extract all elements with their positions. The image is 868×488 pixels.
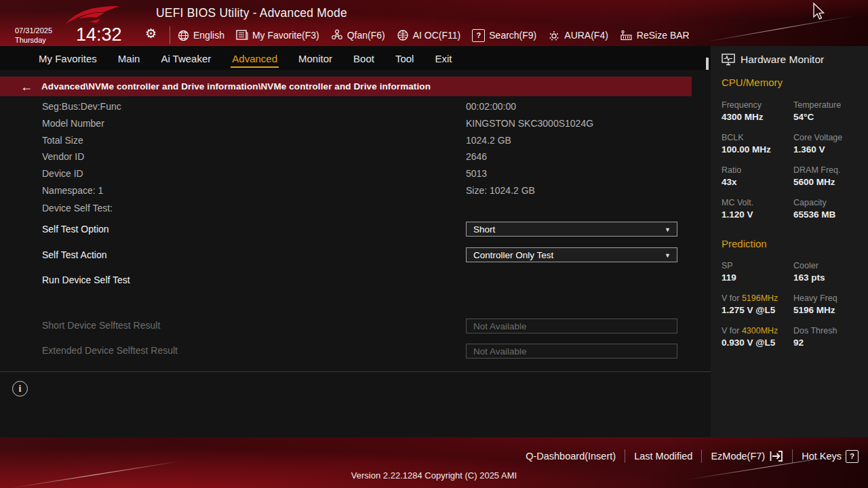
mouse-cursor — [811, 2, 826, 22]
hw-cell: Dos Thresh 92 — [793, 326, 861, 348]
extended-selftest-result-box: Not Available — [466, 344, 677, 359]
tab-advanced[interactable]: Advanced — [231, 49, 279, 68]
field-label: Namespace: 1 — [42, 185, 103, 196]
hw-row: BCLK 100.00 MHz Core Voltage 1.360 V — [722, 133, 861, 155]
footer-label: Hot Keys — [802, 451, 842, 462]
hw-value: 92 — [793, 338, 861, 348]
hw-label: Core Voltage — [793, 133, 861, 142]
hw-cell: Ratio 43x — [722, 165, 793, 187]
tab-ai-tweaker[interactable]: Ai Tweaker — [159, 49, 212, 68]
language-button[interactable]: English — [178, 30, 224, 41]
help-panel-divider — [0, 371, 711, 372]
hw-label: Capacity — [793, 198, 861, 207]
tab-boot[interactable]: Boot — [352, 49, 376, 68]
field-label: Model Number — [42, 118, 104, 129]
short-selftest-result-box: Not Available — [466, 319, 677, 333]
hw-label: MC Volt. — [722, 198, 793, 207]
tab-tool[interactable]: Tool — [394, 49, 416, 68]
last-modified-button[interactable]: Last Modified — [634, 451, 692, 462]
version-text: Version 2.22.1284 Copyright (C) 2025 AMI — [0, 470, 868, 481]
date-display[interactable]: 07/31/2025 Thursday — [15, 26, 52, 45]
hw-row: V for 4300MHz 0.930 V @L5 Dos Thresh 92 — [722, 326, 861, 348]
nav-label: English — [193, 30, 224, 41]
header-divider — [170, 26, 170, 44]
field-label: Device Self Test: — [42, 203, 113, 214]
field-label: Total Size — [42, 135, 83, 146]
field-value: 2646 — [466, 151, 487, 162]
hw-value: 5196 MHz — [793, 305, 861, 315]
disabled-value: Not Available — [473, 321, 527, 331]
run-device-self-test[interactable]: Run Device Self Test — [0, 274, 692, 290]
hw-label: Dos Thresh — [793, 326, 861, 336]
hw-row: SP 119 Cooler 163 pts — [722, 261, 861, 283]
footer-label: Q-Dashboard(Insert) — [526, 451, 616, 462]
ezmode-button[interactable]: EzMode(F7) — [711, 450, 783, 462]
self-test-action-select[interactable]: Controller Only Test ▼ — [466, 247, 677, 262]
time-display[interactable]: 14:32 — [76, 24, 122, 45]
panel-title: Hardware Monitor — [741, 54, 824, 66]
gear-icon[interactable]: ⚙ — [145, 26, 157, 41]
hw-label-prefix: V for — [722, 293, 742, 303]
aura-sun-icon — [548, 29, 560, 41]
hw-cell: BCLK 100.00 MHz — [722, 133, 793, 155]
resize-bar-button[interactable]: ReSize BAR — [620, 30, 690, 41]
chevron-down-icon: ▼ — [665, 226, 671, 233]
nav-label: Search(F9) — [489, 30, 536, 41]
hw-label: V for 5196MHz — [722, 293, 793, 303]
nav-label: My Favorite(F3) — [252, 30, 319, 41]
q-dashboard-button[interactable]: Q-Dashboard(Insert) — [526, 451, 616, 462]
tab-my-favorites[interactable]: My Favorites — [37, 49, 98, 68]
breadcrumb-text: Advanced\NVMe controller and Drive infor… — [41, 81, 431, 92]
qfan-button[interactable]: Qfan(F6) — [331, 29, 385, 41]
breadcrumb: ← Advanced\NVMe controller and Drive inf… — [0, 77, 692, 96]
hardware-monitor-panel: Hardware Monitor CPU/Memory Frequency 43… — [711, 46, 868, 437]
aura-button[interactable]: AURA(F4) — [548, 29, 608, 41]
hw-cell: Core Voltage 1.360 V — [793, 133, 861, 155]
resize-bar-icon — [620, 30, 633, 41]
ai-oc-button[interactable]: AI OC(F11) — [397, 29, 461, 41]
tab-exit[interactable]: Exit — [433, 49, 453, 68]
app-title: UEFI BIOS Utility - Advanced Mode — [156, 6, 347, 20]
hw-label-prefix: V for — [722, 326, 742, 336]
hw-cell: DRAM Freq. 5600 MHz — [793, 165, 861, 187]
hw-cell: V for 4300MHz 0.930 V @L5 — [722, 326, 793, 348]
hw-row: MC Volt. 1.120 V Capacity 65536 MB — [722, 198, 861, 220]
my-favorite-button[interactable]: My Favorite(F3) — [236, 30, 319, 41]
field-label: Vendor ID — [42, 151, 84, 162]
info-icon: i — [12, 381, 28, 396]
bios-screen: UEFI BIOS Utility - Advanced Mode 07/31/… — [0, 0, 868, 488]
hw-cell: Frequency 4300 MHz — [722, 100, 793, 122]
hw-label: Frequency — [722, 100, 793, 110]
self-test-option-select[interactable]: Short ▼ — [466, 222, 677, 237]
hardware-monitor-title: Hardware Monitor — [722, 54, 824, 66]
selected-value: Controller Only Test — [473, 250, 553, 260]
info-row-model: Model Number KINGSTON SKC3000S1024G — [0, 118, 692, 134]
info-row-namespace: Namespace: 1 Size: 1024.2 GB — [0, 185, 692, 201]
tab-monitor[interactable]: Monitor — [297, 49, 334, 68]
hw-cell: Capacity 65536 MB — [793, 198, 861, 220]
hw-cell: Cooler 163 pts — [793, 261, 861, 283]
tab-main[interactable]: Main — [117, 49, 142, 68]
footer-label: Last Modified — [634, 451, 692, 462]
date-value: 07/31/2025 — [15, 26, 52, 36]
footer-separator — [625, 449, 625, 463]
extended-selftest-result-box-row: Not Available — [0, 344, 692, 359]
rog-logo — [62, 4, 121, 27]
monitor-icon — [722, 54, 735, 66]
search-button[interactable]: ? Search(F9) — [472, 29, 536, 42]
hw-value: 4300 MHz — [722, 112, 793, 122]
self-test-action-select-row: Controller Only Test ▼ — [0, 247, 692, 263]
footer-separator — [792, 449, 793, 463]
info-row-total-size: Total Size 1024.2 GB — [0, 135, 692, 150]
hw-row: Frequency 4300 MHz Temperature 54°C — [722, 100, 861, 122]
search-icon: ? — [472, 29, 485, 42]
info-row-device-id: Device ID 5013 — [0, 168, 692, 184]
hw-label-accent: 5196MHz — [742, 293, 778, 303]
main-panel: ← Advanced\NVMe controller and Drive inf… — [0, 70, 711, 437]
field-label: Device ID — [42, 168, 83, 179]
hw-value: 119 — [722, 272, 793, 283]
hot-keys-button[interactable]: Hot Keys ? — [802, 450, 859, 463]
field-value: Size: 1024.2 GB — [466, 185, 535, 196]
brain-icon — [397, 29, 409, 41]
back-arrow-icon[interactable]: ← — [20, 81, 33, 93]
